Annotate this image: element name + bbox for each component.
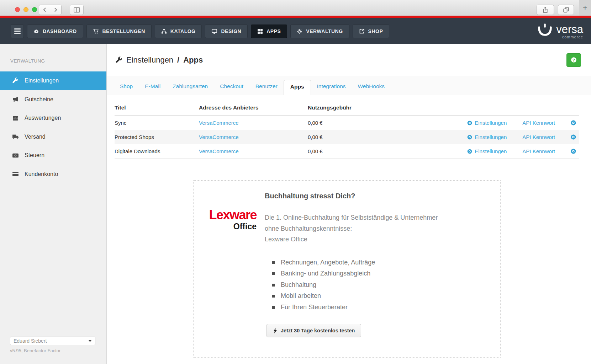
back-button[interactable] xyxy=(39,5,50,15)
tab-apps[interactable]: Apps xyxy=(284,80,311,95)
monitor-icon xyxy=(211,28,217,34)
sidebar-icon xyxy=(74,7,80,13)
sidebar-toggle-button[interactable] xyxy=(70,5,84,15)
app-fee: 0,00 € xyxy=(308,116,388,130)
sidebar-section-title: VERWALTUNG xyxy=(10,58,106,64)
gear-circle-icon xyxy=(467,135,472,140)
sidebar-item-versand[interactable]: Versand xyxy=(0,128,106,146)
question-circle-icon: ? xyxy=(570,56,577,64)
page-title: Einstellungen / Apps xyxy=(115,55,203,65)
table-row-protected-shops: Protected Shops VersaCommerce 0,00 € Ein… xyxy=(115,130,579,144)
chevron-right-icon xyxy=(53,7,58,12)
tab-webhooks[interactable]: WebHooks xyxy=(352,83,391,90)
promo-feature: Buchhaltung xyxy=(265,279,438,291)
tabs-icon xyxy=(563,7,569,13)
app-status-icon[interactable] xyxy=(571,134,576,140)
sidebar-menu: Einstellungen Gutscheine Auswertungen Ve… xyxy=(0,71,106,183)
vendor-link[interactable]: VersaCommerce xyxy=(199,120,239,126)
tab-checkout[interactable]: Checkout xyxy=(214,83,249,90)
bolt-icon xyxy=(273,328,278,333)
truck-icon xyxy=(11,134,19,140)
menu-toggle-button[interactable] xyxy=(11,25,24,38)
tab-email[interactable]: E-Mail xyxy=(139,83,167,90)
nav-item-katalog[interactable]: KATALOG xyxy=(155,25,202,38)
history-buttons xyxy=(39,5,62,15)
window-titlebar: + xyxy=(0,0,591,16)
nav-item-dashboard[interactable]: DASHBOARD xyxy=(27,25,83,38)
column-header-adresse: Adresse des Anbieters xyxy=(199,95,308,116)
zoom-window-button[interactable] xyxy=(32,7,37,12)
versacommerce-logo: versa commerce xyxy=(537,23,583,39)
help-button[interactable]: ? xyxy=(566,53,581,67)
sidebar-item-auswertungen[interactable]: Auswertungen xyxy=(0,109,106,128)
promo-feature-list: Rechnungen, Angebote, Aufträge Banking- … xyxy=(265,257,438,313)
tab-benutzer[interactable]: Benutzer xyxy=(249,83,284,90)
sidebar: VERWALTUNG Einstellungen Gutscheine Ausw… xyxy=(0,44,107,364)
column-header-nutzungsgebuehr: Nutzungsgebühr xyxy=(308,95,388,116)
close-window-button[interactable] xyxy=(15,7,20,12)
promo-feature: Mobil arbeiten xyxy=(265,290,438,302)
forward-button[interactable] xyxy=(50,5,62,15)
hamburger-icon xyxy=(14,28,21,30)
lexware-logo: Lexware Office xyxy=(194,192,257,337)
vendor-link[interactable]: VersaCommerce xyxy=(199,148,239,154)
row-api-password-link[interactable]: API Kennwort xyxy=(522,134,555,140)
promo-heading: Buchhaltung stresst Dich? xyxy=(265,192,438,200)
row-api-password-link[interactable]: API Kennwort xyxy=(522,148,555,154)
credit-card-icon xyxy=(11,171,19,177)
gear-circle-icon xyxy=(467,121,472,125)
table-row-sync: Sync VersaCommerce 0,00 € Einstellungen … xyxy=(115,116,579,130)
brand-red-divider xyxy=(0,16,591,18)
share-icon xyxy=(542,6,548,13)
chart-icon xyxy=(11,115,19,121)
banknote-icon xyxy=(11,153,19,158)
row-settings-link[interactable]: Einstellungen xyxy=(467,134,507,140)
nav-item-apps[interactable]: APPS xyxy=(251,25,287,38)
promo-feature: Für Ihren Steuerberater xyxy=(265,302,438,313)
row-settings-link[interactable]: Einstellungen xyxy=(467,120,507,126)
sidebar-item-gutscheine[interactable]: Gutscheine xyxy=(0,90,106,109)
new-tab-button[interactable]: + xyxy=(579,0,591,16)
version-label: v5.95, Benefactor Factor xyxy=(10,348,95,353)
minimize-window-button[interactable] xyxy=(23,7,28,12)
app-title: Sync xyxy=(115,116,199,130)
grid-icon xyxy=(257,28,263,34)
sidebar-item-steuern[interactable]: Steuern xyxy=(0,146,106,165)
row-settings-link[interactable]: Einstellungen xyxy=(467,148,507,154)
gear-icon xyxy=(297,28,302,34)
tab-shop[interactable]: Shop xyxy=(114,83,139,90)
vendor-link[interactable]: VersaCommerce xyxy=(199,134,239,140)
sidebar-item-kundenkonto[interactable]: Kundenkonto xyxy=(0,165,106,184)
brand-name: versa xyxy=(556,24,583,35)
tab-integrations[interactable]: Integrations xyxy=(311,83,352,90)
free-trial-button[interactable]: Jetzt 30 Tage kostenlos testen xyxy=(267,324,361,337)
apps-table: Titel Adresse des Anbieters Nutzungsgebü… xyxy=(115,95,579,159)
app-title: Protected Shops xyxy=(115,130,199,144)
gear-circle-icon xyxy=(467,149,472,154)
user-select[interactable]: Eduard Siebert xyxy=(10,337,95,345)
app-fee: 0,00 € xyxy=(308,130,388,144)
external-link-icon xyxy=(359,28,365,34)
app-status-icon[interactable] xyxy=(571,120,576,125)
app-title: Digitale Downloads xyxy=(115,144,199,159)
row-api-password-link[interactable]: API Kennwort xyxy=(522,120,555,126)
table-row-digitale-downloads: Digitale Downloads VersaCommerce 0,00 € … xyxy=(115,144,579,159)
share-button[interactable] xyxy=(537,5,554,15)
nav-item-bestellungen[interactable]: BESTELLUNGEN xyxy=(86,25,152,38)
cart-icon xyxy=(93,28,99,34)
svg-text:?: ? xyxy=(572,58,575,62)
traffic-lights xyxy=(15,7,37,12)
chevron-down-icon xyxy=(88,340,92,342)
nav-item-design[interactable]: DESIGN xyxy=(205,25,248,38)
nav-item-shop[interactable]: SHOP xyxy=(353,25,390,38)
tab-overview-button[interactable] xyxy=(558,5,574,15)
nav-item-verwaltung[interactable]: VERWALTUNG xyxy=(290,25,349,38)
promo-text: Die 1. Online-Buchhaltung für Selbststän… xyxy=(265,212,438,245)
sitemap-icon xyxy=(161,28,167,34)
promo-feature: Banking- und Zahlungsabgleich xyxy=(265,268,438,279)
tab-zahlungsarten[interactable]: Zahlungsarten xyxy=(167,83,214,90)
sidebar-item-einstellungen[interactable]: Einstellungen xyxy=(0,71,106,90)
lexware-promo-box: Lexware Office Buchhaltung stresst Dich?… xyxy=(193,180,501,358)
app-status-icon[interactable] xyxy=(571,149,576,154)
settings-tabs: Shop E-Mail Zahlungsarten Checkout Benut… xyxy=(107,76,591,95)
